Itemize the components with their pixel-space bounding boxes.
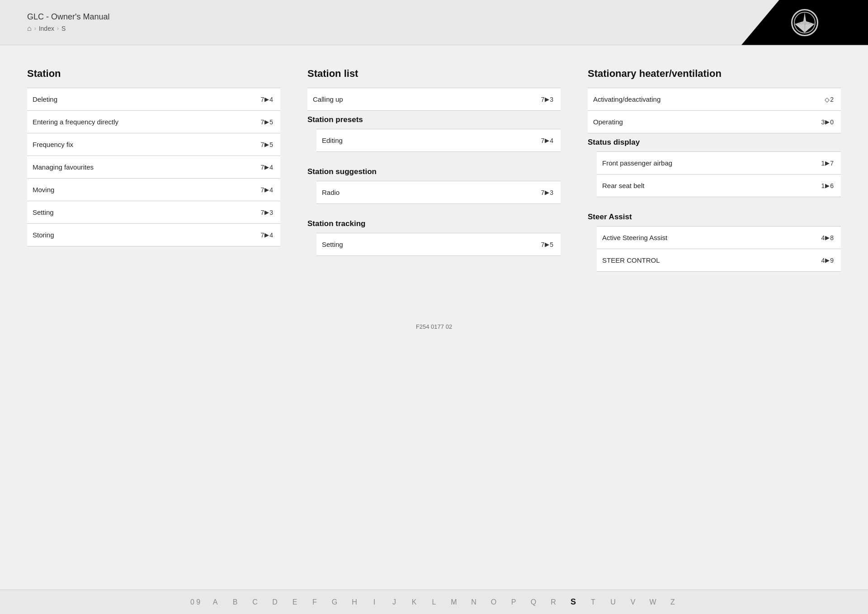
- alpha-i[interactable]: I: [369, 598, 380, 606]
- page-header: GLC - Owner's Manual ⌂ › Index › S: [0, 0, 868, 45]
- status-display-rear-seatbelt-page: 1▶6: [821, 182, 834, 189]
- station-setting-page: 7▶3: [260, 209, 273, 216]
- footer-doc-number: F254 0177 02: [0, 319, 868, 348]
- station-list-calling-up-page: 7▶3: [541, 96, 553, 103]
- station-storing[interactable]: Storing 7▶4: [27, 224, 280, 246]
- station-storing-page: 7▶4: [260, 231, 273, 239]
- alpha-p[interactable]: P: [508, 598, 519, 606]
- alpha-g[interactable]: G: [329, 598, 340, 606]
- svg-marker-1: [805, 13, 815, 24]
- station-moving-label: Moving: [33, 186, 54, 194]
- alpha-b[interactable]: B: [230, 598, 241, 606]
- station-tracking-setting-page: 7▶5: [541, 241, 553, 248]
- steer-control-page: 4▶9: [821, 257, 834, 264]
- station-items-group: Deleting 7▶4 Entering a frequency direct…: [27, 88, 280, 246]
- station-list-group: Calling up 7▶3: [307, 88, 561, 111]
- alpha-e[interactable]: E: [289, 598, 300, 606]
- heater-operating-label: Operating: [593, 118, 623, 126]
- alpha-w[interactable]: W: [647, 598, 658, 606]
- station-freq-fix-label: Frequency fix: [33, 141, 73, 148]
- breadcrumb-sep-2: ›: [57, 25, 59, 32]
- station-suggestion-radio-page: 7▶3: [541, 189, 553, 196]
- alpha-u[interactable]: U: [608, 598, 618, 606]
- alpha-t[interactable]: T: [588, 598, 599, 606]
- alpha-m[interactable]: M: [448, 598, 459, 606]
- station-freq-fix-page: 7▶5: [260, 141, 273, 148]
- heater-operating[interactable]: Operating 3▶0: [588, 111, 841, 133]
- steer-control[interactable]: STEER CONTROL 4▶9: [597, 249, 841, 272]
- station-presets-title: Station presets: [307, 111, 561, 129]
- home-icon[interactable]: ⌂: [27, 24, 32, 33]
- status-display-front-airbag-page: 1▶7: [821, 160, 834, 167]
- station-managing-favs[interactable]: Managing favourites 7▶4: [27, 156, 280, 179]
- alpha-09[interactable]: 0 9: [190, 598, 201, 606]
- heater-activating-label: Activating/deactivating: [593, 95, 660, 103]
- heater-activating-page: ◇2: [825, 96, 834, 103]
- alpha-r[interactable]: R: [548, 598, 559, 606]
- breadcrumb-index[interactable]: Index: [39, 25, 54, 32]
- station-suggestion-items: Radio 7▶3: [316, 181, 561, 204]
- alpha-s[interactable]: S: [568, 597, 579, 607]
- station-deleting[interactable]: Deleting 7▶4: [27, 88, 280, 111]
- station-suggestion-radio[interactable]: Radio 7▶3: [316, 181, 561, 204]
- status-display-front-airbag[interactable]: Front passenger airbag 1▶7: [597, 152, 841, 175]
- breadcrumb-s: S: [61, 25, 66, 32]
- header-left: GLC - Owner's Manual ⌂ › Index › S: [27, 12, 110, 33]
- station-storing-label: Storing: [33, 231, 54, 239]
- station-moving-page: 7▶4: [260, 186, 273, 194]
- breadcrumb-sep-1: ›: [34, 25, 36, 32]
- steer-assist-active-label: Active Steering Assist: [602, 234, 667, 241]
- alpha-k[interactable]: K: [409, 598, 420, 606]
- status-display-title: Status display: [588, 133, 841, 151]
- station-deleting-label: Deleting: [33, 95, 57, 103]
- column-stationary-heater: Stationary heater/ventilation Activating…: [588, 68, 841, 283]
- station-freq-directly[interactable]: Entering a frequency directly 7▶5: [27, 111, 280, 133]
- station-list-calling-up[interactable]: Calling up 7▶3: [307, 88, 561, 111]
- heater-operating-page: 3▶0: [821, 118, 834, 126]
- alpha-z[interactable]: Z: [667, 598, 678, 606]
- mercedes-logo: [791, 9, 818, 36]
- station-presets-editing[interactable]: Editing 7▶4: [316, 129, 561, 152]
- station-suggestion-group: Station suggestion Radio 7▶3: [307, 163, 561, 204]
- steer-assist-active-page: 4▶8: [821, 234, 834, 241]
- station-tracking-setting-label: Setting: [322, 241, 343, 248]
- page-title: GLC - Owner's Manual: [27, 12, 110, 22]
- station-presets-editing-label: Editing: [322, 137, 343, 144]
- alpha-n[interactable]: N: [468, 598, 479, 606]
- station-setting[interactable]: Setting 7▶3: [27, 201, 280, 224]
- alpha-d[interactable]: D: [269, 598, 280, 606]
- status-display-group: Status display Front passenger airbag 1▶…: [588, 133, 841, 197]
- heater-activating[interactable]: Activating/deactivating ◇2: [588, 88, 841, 111]
- station-freq-directly-label: Entering a frequency directly: [33, 118, 118, 126]
- alpha-l[interactable]: L: [429, 598, 439, 606]
- status-display-items: Front passenger airbag 1▶7 Rear seat bel…: [597, 151, 841, 197]
- alpha-h[interactable]: H: [349, 598, 360, 606]
- station-freq-fix[interactable]: Frequency fix 7▶5: [27, 133, 280, 156]
- station-list-calling-up-label: Calling up: [313, 95, 343, 103]
- alpha-o[interactable]: O: [488, 598, 499, 606]
- alpha-c[interactable]: C: [250, 598, 260, 606]
- steer-assist-items: Active Steering Assist 4▶8 STEER CONTROL…: [597, 226, 841, 272]
- station-freq-directly-page: 7▶5: [260, 118, 273, 126]
- steer-control-label: STEER CONTROL: [602, 256, 660, 264]
- steer-assist-title: Steer Assist: [588, 208, 841, 226]
- station-setting-label: Setting: [33, 208, 54, 216]
- main-content: Station Deleting 7▶4 Entering a frequenc…: [0, 45, 868, 310]
- alpha-a[interactable]: A: [210, 598, 221, 606]
- station-managing-favs-label: Managing favourites: [33, 163, 94, 171]
- station-tracking-setting[interactable]: Setting 7▶5: [316, 233, 561, 256]
- status-display-rear-seatbelt[interactable]: Rear seat belt 1▶6: [597, 175, 841, 197]
- column-title-stationary-heater: Stationary heater/ventilation: [588, 68, 841, 80]
- breadcrumb: ⌂ › Index › S: [27, 24, 110, 33]
- alpha-f[interactable]: F: [309, 598, 320, 606]
- alpha-j[interactable]: J: [389, 598, 400, 606]
- svg-marker-4: [795, 23, 805, 33]
- steer-assist-active[interactable]: Active Steering Assist 4▶8: [597, 227, 841, 249]
- status-display-rear-seatbelt-label: Rear seat belt: [602, 182, 644, 189]
- alpha-v[interactable]: V: [627, 598, 638, 606]
- svg-marker-2: [795, 13, 805, 24]
- svg-marker-3: [805, 23, 815, 33]
- station-moving[interactable]: Moving 7▶4: [27, 179, 280, 201]
- column-title-station-list: Station list: [307, 68, 561, 80]
- alpha-q[interactable]: Q: [528, 598, 539, 606]
